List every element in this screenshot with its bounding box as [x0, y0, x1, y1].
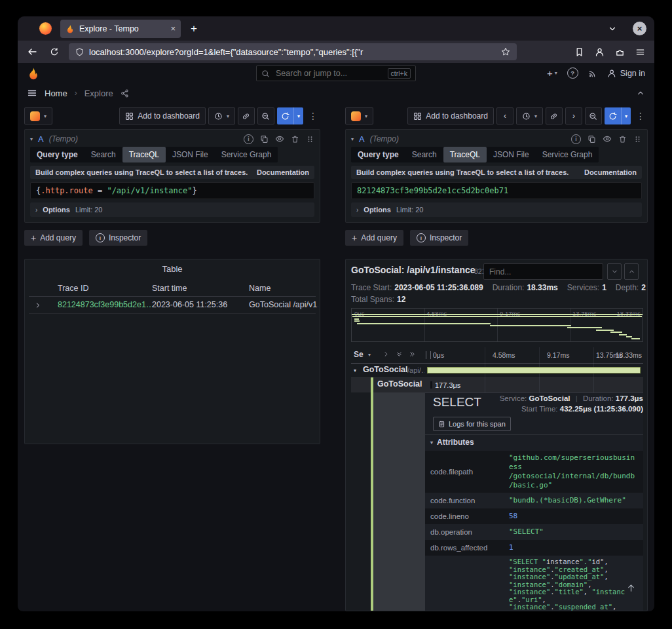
- pane-kebab-icon[interactable]: ⋮: [306, 111, 320, 121]
- browser-tab[interactable]: Explore - Tempo ×: [60, 20, 181, 38]
- collapse-query-icon[interactable]: ▾: [351, 136, 354, 142]
- bookmark-icon[interactable]: [574, 47, 584, 57]
- tab-search[interactable]: Search: [84, 147, 122, 162]
- span-service[interactable]: GoToSocial: [363, 365, 408, 374]
- account-icon[interactable]: [595, 47, 605, 57]
- collapse-nav-icon[interactable]: [636, 88, 645, 98]
- remove-query-icon[interactable]: [291, 135, 299, 143]
- link-button[interactable]: [238, 107, 255, 124]
- mega-menu-icon[interactable]: [27, 88, 37, 98]
- run-query-caret[interactable]: ▾: [621, 107, 631, 124]
- inspector-button[interactable]: iInspector: [410, 230, 468, 246]
- search-input[interactable]: [274, 68, 383, 79]
- row-expander-icon[interactable]: [34, 297, 42, 309]
- run-query-button[interactable]: ▾: [605, 107, 631, 124]
- drag-handle-icon[interactable]: [306, 135, 314, 143]
- span-bar[interactable]: [427, 367, 641, 373]
- traceql-editor[interactable]: 82124873cf3e99b5d2e1cc5d2bc0eb71: [351, 182, 642, 199]
- search-box[interactable]: ctrl+k: [256, 66, 416, 81]
- collapse-all-icon[interactable]: [409, 351, 416, 358]
- find-input[interactable]: [483, 263, 603, 280]
- scroll-to-top-icon[interactable]: [626, 583, 636, 593]
- grafana-logo-icon[interactable]: [27, 67, 40, 80]
- column-start-time[interactable]: Start time: [152, 280, 187, 296]
- query-help-icon[interactable]: i: [244, 134, 253, 144]
- help-icon[interactable]: ?: [567, 67, 578, 79]
- time-picker-button[interactable]: ▾: [208, 107, 235, 124]
- reload-icon[interactable]: [47, 44, 62, 60]
- datasource-picker[interactable]: ▾: [24, 107, 52, 124]
- span-tick[interactable]: [430, 381, 432, 389]
- rss-icon[interactable]: [588, 69, 597, 78]
- time-picker-button[interactable]: ▾: [516, 107, 543, 124]
- find-prev-button[interactable]: [624, 263, 639, 280]
- tab-traceql[interactable]: TraceQL: [122, 147, 166, 162]
- run-query-caret[interactable]: ▾: [293, 107, 303, 124]
- new-tab-button[interactable]: +: [185, 20, 202, 37]
- disable-query-icon[interactable]: [603, 134, 612, 143]
- span-service[interactable]: GoToSocial: [377, 379, 422, 389]
- tab-close-icon[interactable]: ×: [170, 24, 176, 33]
- table-row[interactable]: 82124873cf3e99b5d2e1… 2023-06-05 11:25:3…: [29, 296, 316, 314]
- breadcrumb-home[interactable]: Home: [45, 88, 67, 98]
- shift-time-back-button[interactable]: ‹: [496, 107, 513, 124]
- pane-kebab-icon[interactable]: ⋮: [633, 111, 648, 121]
- options-row[interactable]: › Options Limit: 20: [30, 202, 314, 217]
- expand-one-icon[interactable]: [383, 351, 390, 358]
- datasource-picker[interactable]: ▾: [345, 107, 373, 124]
- shift-time-forward-button[interactable]: ›: [565, 107, 582, 124]
- duplicate-query-icon[interactable]: [588, 135, 596, 143]
- expand-all-icon[interactable]: [396, 351, 403, 358]
- menu-icon[interactable]: [635, 47, 645, 57]
- duplicate-query-icon[interactable]: [260, 135, 269, 143]
- add-query-button[interactable]: +Add query: [345, 230, 403, 246]
- collapse-span-icon[interactable]: ▾: [354, 368, 356, 373]
- extensions-icon[interactable]: [615, 47, 625, 57]
- back-icon[interactable]: [24, 44, 40, 60]
- column-name[interactable]: Name: [249, 280, 271, 296]
- window-close-button[interactable]: ×: [633, 22, 646, 35]
- link-button[interactable]: [546, 107, 563, 124]
- run-query-button[interactable]: ▾: [277, 107, 303, 124]
- traceql-editor[interactable]: {.http.route = "/api/v1/instance"}: [30, 182, 314, 199]
- logs-for-span-button[interactable]: Logs for this span: [433, 417, 511, 431]
- add-query-button[interactable]: +Add query: [24, 230, 83, 246]
- documentation-link[interactable]: Documentation: [257, 168, 309, 176]
- disable-query-icon[interactable]: [275, 134, 284, 143]
- url-bar[interactable]: localhost:3000/explore?orgId=1&left={"da…: [69, 43, 517, 60]
- options-row[interactable]: › Options Limit: 20: [351, 202, 642, 217]
- firefox-view-icon[interactable]: [39, 22, 52, 35]
- tab-service-graph[interactable]: Service Graph: [215, 147, 278, 162]
- column-trace-id[interactable]: Trace ID: [58, 280, 88, 296]
- tab-search[interactable]: Search: [405, 147, 443, 162]
- query-row-header[interactable]: ▾ A (Tempo) i: [351, 131, 642, 147]
- tab-service-graph[interactable]: Service Graph: [536, 147, 599, 162]
- sign-in-button[interactable]: Sign in: [607, 69, 645, 78]
- drag-handle-icon[interactable]: [633, 135, 642, 143]
- find-next-button[interactable]: [607, 263, 622, 280]
- add-to-dashboard-button[interactable]: Add to dashboard: [407, 107, 494, 124]
- zoom-out-button[interactable]: [257, 107, 274, 124]
- tab-json-file[interactable]: JSON File: [166, 147, 215, 162]
- share-icon[interactable]: [121, 89, 129, 98]
- service-operation-header[interactable]: Se: [354, 350, 364, 359]
- documentation-link[interactable]: Documentation: [584, 168, 637, 176]
- sort-caret-icon[interactable]: ▾: [368, 352, 371, 358]
- zoom-out-button[interactable]: [585, 107, 602, 124]
- remove-query-icon[interactable]: [618, 135, 627, 143]
- query-row-header[interactable]: ▾ A (Tempo) i: [30, 131, 314, 147]
- inspector-button[interactable]: iInspector: [89, 230, 147, 246]
- tab-json-file[interactable]: JSON File: [487, 147, 536, 162]
- column-resizer[interactable]: [426, 351, 431, 359]
- span-row-root[interactable]: ▾ GoToSocial /api/…: [351, 363, 643, 378]
- attributes-accordion[interactable]: ▾ Attributes: [430, 438, 474, 447]
- add-to-dashboard-button[interactable]: Add to dashboard: [119, 107, 206, 124]
- collapse-query-icon[interactable]: ▾: [30, 136, 33, 142]
- bookmark-star-icon[interactable]: [501, 47, 510, 56]
- new-menu-button[interactable]: +▾: [547, 67, 557, 79]
- tab-traceql[interactable]: TraceQL: [443, 147, 487, 162]
- trace-minimap[interactable]: 0μs 4.58ms 9.17ms 13.75ms 18.33ms: [351, 308, 643, 342]
- list-tabs-icon[interactable]: [608, 24, 617, 33]
- trace-id-link[interactable]: 82124873cf3e99b5d2e1…: [58, 296, 154, 313]
- query-help-icon[interactable]: i: [571, 134, 581, 144]
